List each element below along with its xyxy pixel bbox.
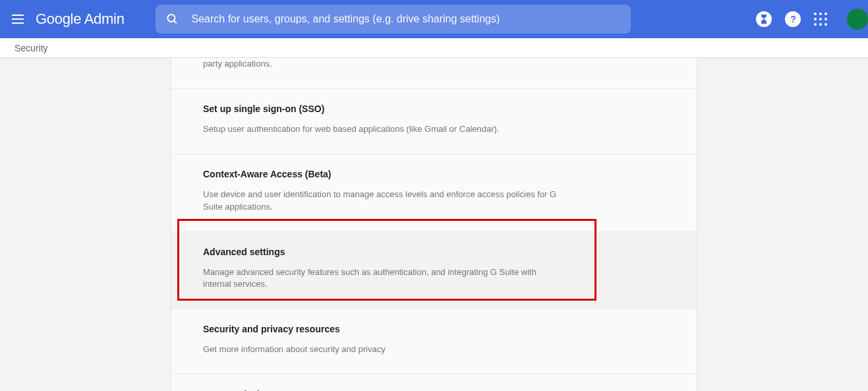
apps-launcher-icon[interactable] xyxy=(814,13,827,26)
section-sso[interactable]: Set up single sign-on (SSO) Setup user a… xyxy=(171,89,697,154)
section-title: Security and privacy resources xyxy=(203,324,665,334)
app-header: Google Admin ? xyxy=(0,0,868,38)
section-context-aware[interactable]: Context-Aware Access (Beta) Use device a… xyxy=(171,154,697,231)
settings-card: party applications. Set up single sign-o… xyxy=(171,58,697,391)
search-input[interactable] xyxy=(191,13,620,25)
section-desc: Setup user authentication for web based … xyxy=(203,123,565,135)
section-advanced-settings[interactable]: Advanced settings Manage advanced securi… xyxy=(171,232,697,309)
menu-icon[interactable] xyxy=(11,11,26,27)
header-actions: ? xyxy=(756,9,857,30)
section-title: Context-Aware Access (Beta) xyxy=(203,169,665,179)
svg-line-1 xyxy=(173,20,176,23)
section-title: Advanced settings xyxy=(203,247,665,257)
logo[interactable]: Google Admin xyxy=(36,11,125,28)
section-desc: Get more information about security and … xyxy=(203,344,565,355)
breadcrumb: Security xyxy=(0,38,868,58)
section-title: Set up single sign-on (SSO) xyxy=(203,104,665,114)
section-truncated[interactable]: party applications. xyxy=(171,58,697,89)
avatar[interactable] xyxy=(847,9,868,30)
section-desc: Manage advanced security features such a… xyxy=(203,266,565,290)
breadcrumb-item[interactable]: Security xyxy=(14,43,48,53)
search-icon xyxy=(166,13,179,26)
section-api-permissions[interactable]: API Permissions xyxy=(171,375,697,391)
section-desc: party applications. xyxy=(203,58,565,70)
content-area: party applications. Set up single sign-o… xyxy=(0,58,868,391)
help-icon[interactable]: ? xyxy=(785,11,801,27)
section-desc: Use device and user identification to ma… xyxy=(203,189,565,212)
hourglass-icon[interactable] xyxy=(756,11,772,27)
svg-point-0 xyxy=(167,15,175,22)
search-box[interactable] xyxy=(156,5,631,34)
section-security-privacy[interactable]: Security and privacy resources Get more … xyxy=(171,309,697,375)
svg-text:?: ? xyxy=(790,15,796,24)
